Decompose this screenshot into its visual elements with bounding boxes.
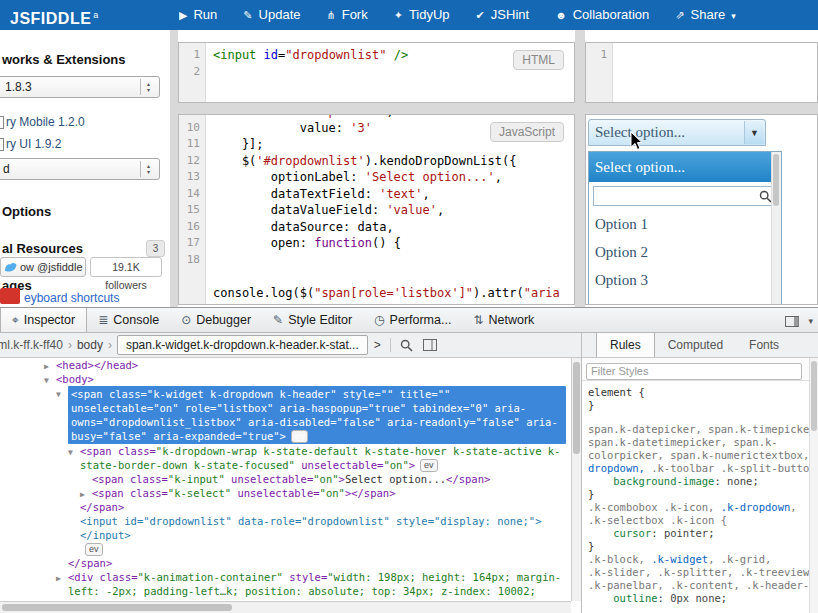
breadcrumb-expand-arrow[interactable]: >	[374, 338, 381, 352]
dropdown-arrow-button[interactable]: ▼	[744, 121, 764, 144]
tree-node[interactable]: ▼<span class="k-dropdown-wrap k-state-de…	[0, 444, 571, 472]
event-badge[interactable]: ev	[291, 430, 309, 443]
twisty-icon[interactable]: ▶	[56, 572, 67, 586]
sidebar-splitter[interactable]	[170, 30, 178, 307]
event-badge[interactable]: ev	[85, 543, 103, 556]
popup-scrollbar[interactable]	[771, 152, 781, 305]
tree-node[interactable]: ▼<span class="k-widget k-dropdown k-head…	[0, 386, 571, 444]
code-token: , .k-grid,	[708, 553, 771, 565]
dropdown-option[interactable]: Option 3	[589, 266, 781, 294]
filter-styles-input[interactable]	[586, 363, 802, 380]
popup-scrollbar-thumb[interactable]	[773, 154, 779, 206]
toggle-sidebar-icon[interactable]	[423, 339, 437, 351]
dropdown-option-label[interactable]: Select option...	[589, 152, 781, 182]
code-token: 'text'	[379, 187, 422, 201]
toggle-split-console-icon[interactable]	[785, 316, 799, 327]
twisty-icon[interactable]: ▼	[56, 388, 67, 402]
kendo-dropdown-widget[interactable]: Select option... ▼	[588, 119, 766, 146]
code-token: '#dropdownlist'	[256, 154, 364, 168]
twitter-follow-button[interactable]: ow @jsfiddle	[0, 257, 86, 277]
onload-select-value: d	[0, 159, 159, 179]
tree-node[interactable]: </span>	[0, 556, 571, 570]
twisty-icon[interactable]: ▼	[68, 446, 79, 460]
tab-network[interactable]: ⇅Network	[462, 308, 545, 332]
code-token: .k-block,	[588, 553, 651, 565]
topbar-button-run[interactable]: ▶Run	[166, 0, 230, 30]
column-splitter[interactable]	[575, 30, 585, 307]
topbar-button-jshint[interactable]: ✔JSHint	[463, 0, 543, 30]
tab-debugger[interactable]: ⊙Debugger	[170, 308, 262, 332]
code-token: }	[588, 399, 594, 411]
topbar-button-fork[interactable]: ⋔Fork	[313, 0, 380, 30]
tree-horizontal-scrollbar[interactable]	[0, 601, 571, 613]
tab-inspector[interactable]: ⌖Inspector	[0, 308, 87, 332]
code-token: dataSource: data,	[213, 220, 394, 234]
dropdown-option[interactable]: Option 1	[589, 210, 781, 238]
framework-version-select[interactable]: 1.8.3 ▴▾	[0, 76, 160, 98]
line-number	[179, 285, 205, 302]
tree-node[interactable]: ev	[0, 542, 571, 556]
tab-styleeditor[interactable]: ✎Style Editor	[262, 308, 363, 332]
debugger-icon: ⊙	[181, 313, 191, 327]
select-stepper-icon: ▴▾	[140, 161, 156, 177]
tab-computed[interactable]: Computed	[655, 333, 736, 357]
tidyup-icon: ✦	[394, 9, 403, 21]
topbar-button-tidyup[interactable]: ✦TidyUp	[381, 0, 463, 30]
node-markup: ev	[80, 543, 103, 555]
topbar-button-share[interactable]: ⇗Share▾	[662, 0, 748, 30]
code-token: $(	[213, 154, 256, 168]
extension-checkbox[interactable]	[0, 138, 4, 151]
row-splitter[interactable]	[178, 103, 818, 114]
tab-label: Performa...	[390, 313, 452, 327]
code-token: <div class=	[68, 571, 138, 583]
html-editor[interactable]: 1<input id="dropdownlist" />2 HTML	[178, 42, 575, 103]
tree-node[interactable]: <input id="dropdownlist" data-role="drop…	[0, 514, 571, 542]
tree-node[interactable]: ▶<span class="k-select" unselectable="on…	[0, 486, 571, 500]
breadcrumb-item[interactable]: span.k-widget.k-dropdown.k-header.k-stat…	[117, 335, 368, 355]
tab-fonts[interactable]: Fonts	[736, 333, 792, 357]
code-token: .k-slider, .k-splitter, .k-treeview,	[588, 566, 809, 578]
topbar-button-update[interactable]: ✎Update	[230, 0, 313, 30]
dropdown-option[interactable]: Option 2	[589, 238, 781, 266]
onload-select[interactable]: d ▴▾	[0, 158, 160, 180]
rules-scroll-thumb[interactable]	[811, 361, 817, 431]
topbar-button-collaboration[interactable]: ☻Collaboration	[542, 0, 662, 30]
tab-rules[interactable]: Rules	[596, 333, 655, 357]
tree-vscroll-thumb[interactable]	[573, 362, 580, 454]
devtools-menu-caret-icon[interactable]: ▾	[808, 316, 813, 326]
rule-line: span.k-datetimepicker, span.k-	[588, 436, 803, 449]
search-markup-icon[interactable]	[400, 339, 413, 352]
tree-node[interactable]: ▶<div class="k-animation-container" styl…	[0, 570, 571, 601]
tree-hscroll-thumb[interactable]	[2, 604, 232, 611]
rules-scrollbar[interactable]	[809, 358, 818, 613]
event-badge[interactable]: ev	[420, 459, 438, 472]
dropdown-filter-input[interactable]	[593, 186, 777, 206]
network-icon: ⇅	[473, 313, 483, 327]
keyboard-shortcuts-link[interactable]: eyboard shortcuts	[24, 291, 119, 305]
extension-checkbox[interactable]	[0, 116, 4, 129]
tab-performa[interactable]: ◷Performa...	[363, 308, 462, 332]
rules-content: element {}span.k-datepicker, span.k-time…	[582, 381, 809, 610]
code-token: text:	[213, 114, 314, 118]
js-editor[interactable]: 9 text: 'Option 3',10 value: '3'11 }];12…	[178, 114, 575, 305]
breadcrumb-item[interactable]: tml.k-ff.k-ff40	[0, 338, 63, 352]
extension-item[interactable]: ry UI 1.9.2	[0, 136, 61, 154]
notification-badge[interactable]	[0, 288, 20, 304]
code-token: .k-widget	[651, 553, 708, 565]
code-token: :	[714, 475, 727, 487]
topbar-button-label: Run	[193, 7, 217, 22]
tree-vertical-scrollbar[interactable]	[571, 358, 581, 601]
breadcrumb-item[interactable]: body	[77, 338, 103, 352]
tab-label: Debugger	[196, 313, 251, 327]
tree-node[interactable]: <span class="k-input" unselectable="on">…	[0, 472, 571, 486]
rule-line: outline: 0px none;	[588, 592, 803, 605]
extension-item[interactable]: ry Mobile 1.2.0	[0, 114, 85, 132]
dropdown-options: Option 1Option 2Option 3	[589, 210, 781, 294]
css-editor[interactable]: 1	[585, 42, 818, 103]
topbar-button-label: JSHint	[491, 7, 529, 22]
tab-console[interactable]: ≣Console	[87, 308, 170, 332]
tree-node[interactable]: </span>	[0, 500, 571, 514]
breadcrumb: tml.k-ff.k-ff40›body›span.k-widget.k-dro…	[0, 335, 381, 355]
tree-node[interactable]: ▶<head></head>	[0, 358, 571, 372]
tree-node[interactable]: ▼<body>	[0, 372, 571, 386]
